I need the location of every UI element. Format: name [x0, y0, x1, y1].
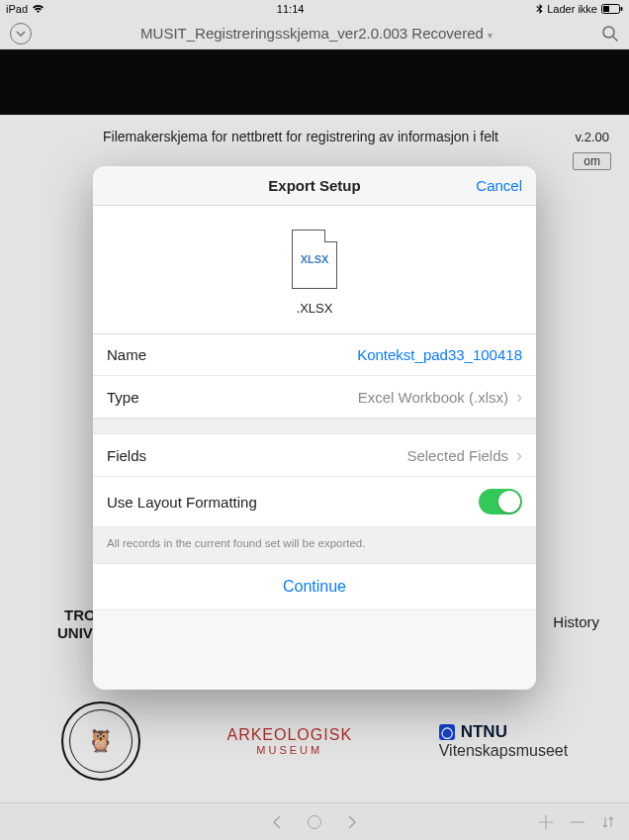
layout-formatting-row: Use Layout Formatting — [93, 477, 536, 527]
file-preview: XLSX .XLSX — [93, 206, 536, 334]
type-label: Type — [107, 389, 139, 406]
chevron-right-icon: › — [516, 388, 522, 406]
modal-header: Export Setup Cancel — [93, 166, 536, 206]
fields-value: Selected Fields — [406, 447, 508, 464]
type-row[interactable]: Type Excel Workbook (.xlsx) › — [93, 376, 536, 419]
modal-title: Export Setup — [268, 177, 360, 194]
fields-label: Fields — [107, 447, 146, 464]
layout-formatting-toggle[interactable] — [479, 489, 522, 514]
section-gap — [93, 419, 536, 434]
type-value: Excel Workbook (.xlsx) — [358, 389, 508, 406]
continue-button[interactable]: Continue — [93, 564, 536, 610]
file-badge-text: XLSX — [301, 253, 329, 265]
file-type-icon: XLSX — [292, 230, 337, 289]
export-setup-modal: Export Setup Cancel XLSX .XLSX Name Kont… — [93, 166, 536, 690]
name-value: Kontekst_pad33_100418 — [357, 346, 522, 363]
name-row[interactable]: Name Kontekst_pad33_100418 — [93, 334, 536, 376]
file-ext-label: .XLSX — [297, 301, 333, 316]
layout-formatting-label: Use Layout Formatting — [107, 494, 257, 511]
fields-row[interactable]: Fields Selected Fields › — [93, 434, 536, 477]
modal-footer-space — [93, 610, 536, 690]
chevron-right-icon: › — [516, 446, 522, 464]
name-label: Name — [107, 346, 146, 363]
export-note: All records in the current found set wil… — [93, 527, 536, 564]
cancel-button[interactable]: Cancel — [476, 177, 522, 194]
